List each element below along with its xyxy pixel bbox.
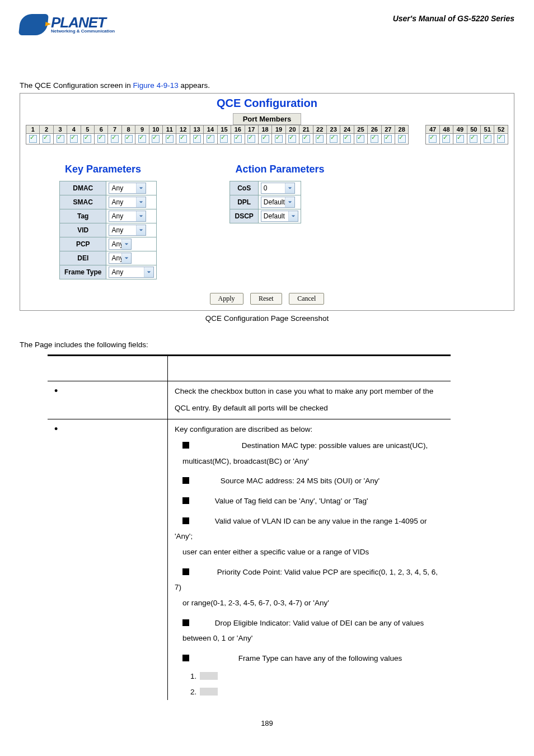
- select-dropdown[interactable]: Any: [109, 253, 132, 264]
- square-icon: [182, 655, 189, 661]
- square-icon: [182, 497, 189, 504]
- port-checkbox-cell[interactable]: [426, 134, 439, 144]
- port-checkbox-cell[interactable]: [245, 134, 258, 144]
- port-checkbox-cell[interactable]: [108, 134, 121, 144]
- port-checkbox-cell[interactable]: [258, 134, 271, 144]
- check-icon: [261, 135, 269, 143]
- port-checkbox-cell[interactable]: [381, 134, 395, 144]
- check-icon: [497, 135, 505, 143]
- check-icon: [179, 135, 187, 143]
- port-header: 50: [467, 125, 480, 134]
- port-checkbox-cell[interactable]: [395, 134, 408, 144]
- check-icon: [29, 135, 37, 143]
- port-checkbox-cell[interactable]: [26, 134, 40, 144]
- select-dropdown[interactable]: Any: [109, 225, 146, 236]
- key-parameters: Key Parameters DMACAnySMACAnyTagAnyVIDAn…: [59, 164, 157, 279]
- frame-type-list: 1. 2.: [175, 669, 444, 701]
- port-checkbox-cell[interactable]: [163, 134, 176, 144]
- select-dropdown[interactable]: Any: [109, 183, 146, 194]
- cancel-button[interactable]: Cancel: [289, 293, 324, 305]
- check-icon: [456, 135, 464, 143]
- port-checkbox-cell[interactable]: [439, 134, 453, 144]
- select-dropdown[interactable]: Any: [109, 267, 154, 278]
- param-value: Any: [106, 251, 157, 265]
- param-value: 0: [258, 181, 301, 195]
- port-checkbox-cell[interactable]: [190, 134, 203, 144]
- port-checkbox-cell[interactable]: [340, 134, 354, 144]
- square-icon: [182, 568, 189, 575]
- port-checkbox-cell[interactable]: [81, 134, 94, 144]
- port-header: 20: [285, 125, 299, 134]
- port-header: 2: [40, 125, 53, 134]
- port-checkbox-cell[interactable]: [204, 134, 217, 144]
- port-header: 14: [204, 125, 217, 134]
- port-checkbox-cell[interactable]: [53, 134, 67, 144]
- port-checkbox-cell[interactable]: [231, 134, 245, 144]
- port-header: 26: [368, 125, 381, 134]
- port-members-table: 1234567891011121314151617181920212223242…: [26, 125, 508, 144]
- port-checkbox-cell[interactable]: [121, 134, 135, 144]
- port-checkbox-cell[interactable]: [354, 134, 367, 144]
- param-value: Any: [106, 209, 157, 223]
- param-label: DSCP: [230, 209, 258, 223]
- check-icon: [138, 135, 146, 143]
- check-icon: [357, 135, 364, 143]
- port-checkbox-cell[interactable]: [149, 134, 162, 144]
- port-header: 19: [272, 125, 285, 134]
- select-dropdown[interactable]: 0: [261, 183, 295, 194]
- chevron-down-icon: [288, 211, 298, 221]
- square-icon: [182, 442, 189, 449]
- port-checkbox-cell[interactable]: [176, 134, 190, 144]
- select-dropdown[interactable]: Any: [109, 197, 146, 208]
- check-icon: [371, 135, 378, 143]
- port-checkbox-cell[interactable]: [285, 134, 299, 144]
- check-icon: [220, 135, 228, 143]
- port-header: 8: [121, 125, 135, 134]
- port-header: 16: [231, 125, 245, 134]
- param-label: CoS: [230, 181, 258, 195]
- chevron-down-icon: [136, 225, 146, 235]
- port-checkbox-cell[interactable]: [95, 134, 108, 144]
- check-icon: [207, 135, 214, 143]
- check-icon: [234, 135, 242, 143]
- square-icon: [182, 477, 189, 484]
- select-dropdown[interactable]: Default: [261, 211, 298, 222]
- page-number: 189: [20, 719, 514, 727]
- port-header: 28: [395, 125, 408, 134]
- port-checkbox-cell[interactable]: [453, 134, 467, 144]
- check-icon: [111, 135, 119, 143]
- grey-placeholder: [200, 688, 218, 696]
- action-parameters: Action Parameters CoS0DPLDefaultDSCPDefa…: [229, 164, 324, 279]
- action-parameters-title: Action Parameters: [235, 164, 324, 175]
- check-icon: [43, 135, 50, 143]
- port-checkbox-cell[interactable]: [40, 134, 53, 144]
- select-dropdown[interactable]: Default: [261, 197, 295, 208]
- select-dropdown[interactable]: Any: [109, 239, 132, 250]
- port-header: 47: [426, 125, 439, 134]
- select-dropdown[interactable]: Any: [109, 211, 146, 222]
- port-checkbox-cell[interactable]: [313, 134, 326, 144]
- param-value: Any: [106, 195, 157, 209]
- check-icon: [70, 135, 78, 143]
- key-list: Destination MAC type: possible values ar…: [175, 438, 444, 666]
- port-checkbox-cell[interactable]: [481, 134, 494, 144]
- port-checkbox-cell[interactable]: [494, 134, 508, 144]
- port-checkbox-cell[interactable]: [368, 134, 381, 144]
- port-header: 5: [81, 125, 94, 134]
- button-row: Apply Reset Cancel: [20, 285, 514, 310]
- port-header: 27: [381, 125, 395, 134]
- port-checkbox-cell[interactable]: [326, 134, 340, 144]
- param-value: Any: [106, 237, 157, 251]
- port-checkbox-cell[interactable]: [272, 134, 285, 144]
- port-checkbox-cell[interactable]: [299, 134, 313, 144]
- apply-button[interactable]: Apply: [210, 293, 243, 305]
- check-icon: [384, 135, 392, 143]
- param-label: Frame Type: [60, 265, 106, 279]
- manual-title: User's Manual of GS-5220 Series: [393, 14, 514, 23]
- port-checkbox-cell[interactable]: [135, 134, 149, 144]
- port-checkbox-cell[interactable]: [67, 134, 81, 144]
- param-value: Any: [106, 265, 157, 279]
- port-checkbox-cell[interactable]: [467, 134, 480, 144]
- reset-button[interactable]: Reset: [250, 293, 282, 305]
- port-checkbox-cell[interactable]: [217, 134, 231, 144]
